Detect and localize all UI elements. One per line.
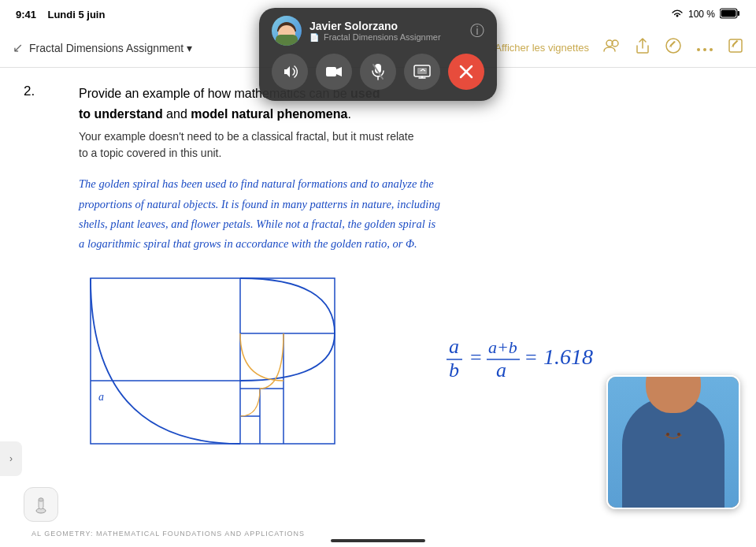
wifi-icon bbox=[671, 9, 684, 20]
collapse-icon[interactable]: ↙ bbox=[13, 40, 23, 55]
svg-point-6 bbox=[697, 48, 700, 51]
svg-text:b: b bbox=[280, 450, 285, 452]
show-thumbnails-button[interactable]: Afficher les vignettes bbox=[495, 42, 589, 54]
svg-text:a+b: a+b bbox=[488, 337, 517, 357]
caller-name: Javier Solorzano bbox=[309, 20, 462, 32]
person-video bbox=[608, 377, 739, 508]
golden-spiral-diagram: a a b bbox=[79, 270, 346, 452]
question-period: . bbox=[347, 107, 350, 121]
video-button[interactable] bbox=[316, 54, 352, 90]
facetime-header: Javier Solorzano 📄 Fractal Dimensions As… bbox=[272, 16, 484, 46]
person-body bbox=[622, 397, 724, 508]
svg-rect-33 bbox=[326, 67, 336, 76]
collaborate-icon[interactable] bbox=[603, 37, 621, 58]
bottom-tool-button[interactable] bbox=[24, 487, 58, 522]
battery-label: 100 % bbox=[688, 9, 715, 20]
svg-point-7 bbox=[703, 48, 706, 51]
question-bold-model: model natural phenomena bbox=[191, 107, 347, 121]
status-indicators: 100 % bbox=[671, 8, 740, 21]
svg-point-32 bbox=[677, 433, 680, 436]
main-content: › 2. Provide an example of how mathemati… bbox=[0, 68, 756, 547]
home-indicator bbox=[331, 539, 425, 542]
question-bold-understand: to understand bbox=[79, 107, 163, 121]
document-title: Fractal Dimensions Assignment bbox=[29, 42, 183, 54]
mute-button[interactable] bbox=[360, 54, 396, 90]
caller-avatar bbox=[272, 16, 302, 46]
sidebar-toggle[interactable]: › bbox=[0, 441, 22, 476]
svg-text:b: b bbox=[449, 359, 459, 381]
toolbar-left: ↙ Fractal Dimensions Assignment ▾ bbox=[13, 40, 192, 55]
svg-text:=: = bbox=[525, 346, 537, 369]
facetime-overlay: Javier Solorzano 📄 Fractal Dimensions As… bbox=[259, 8, 497, 101]
toolbar-right: Afficher les vignettes bbox=[495, 37, 743, 58]
handwritten-response: The golden spiral has been used to find … bbox=[79, 174, 724, 255]
footer-text: AL GEOMETRY: MATHEMATICAL FOUNDATIONS AN… bbox=[32, 530, 305, 538]
camera-feed bbox=[606, 375, 740, 509]
svg-rect-9 bbox=[729, 39, 742, 52]
facetime-controls bbox=[272, 54, 484, 90]
status-time-date: 9:41 Lundi 5 juin bbox=[16, 9, 105, 20]
svg-text:=: = bbox=[470, 346, 482, 369]
end-call-button[interactable] bbox=[448, 54, 484, 90]
svg-point-5 bbox=[666, 39, 680, 53]
svg-text:1.618: 1.618 bbox=[543, 344, 593, 369]
document-title-container[interactable]: Fractal Dimensions Assignment ▾ bbox=[29, 42, 192, 54]
edit-icon[interactable] bbox=[728, 38, 743, 58]
svg-text:a: a bbox=[496, 359, 506, 381]
svg-text:a: a bbox=[98, 391, 104, 403]
status-time: 9:41 bbox=[16, 9, 36, 20]
caller-info: Javier Solorzano 📄 Fractal Dimensions As… bbox=[309, 20, 462, 42]
svg-rect-43 bbox=[39, 498, 43, 501]
screen-share-button[interactable] bbox=[404, 54, 440, 90]
svg-rect-38 bbox=[417, 68, 427, 74]
title-dropdown-icon: ▾ bbox=[187, 42, 192, 54]
svg-rect-2 bbox=[721, 9, 736, 17]
footer: AL GEOMETRY: MATHEMATICAL FOUNDATIONS AN… bbox=[0, 530, 756, 538]
pencil-circle-icon[interactable] bbox=[665, 37, 682, 58]
battery-icon bbox=[720, 8, 740, 21]
facetime-subtitle: Fractal Dimensions Assignmer bbox=[324, 32, 441, 42]
svg-text:a: a bbox=[449, 335, 459, 358]
svg-rect-10 bbox=[91, 278, 335, 444]
status-date: Lundi 5 juin bbox=[47, 9, 105, 20]
question-number: 2. bbox=[24, 84, 35, 99]
facetime-info-icon[interactable]: ⓘ bbox=[470, 21, 484, 40]
svg-text:a: a bbox=[154, 450, 159, 452]
more-options-icon[interactable] bbox=[696, 39, 713, 56]
question-text-and: and bbox=[163, 107, 191, 121]
avatar-body bbox=[276, 35, 298, 46]
share-icon[interactable] bbox=[635, 37, 650, 58]
speaker-button[interactable] bbox=[272, 54, 308, 90]
svg-point-31 bbox=[666, 433, 669, 436]
word-that: that bbox=[173, 237, 191, 250]
svg-rect-1 bbox=[738, 11, 740, 16]
question-sub-text: Your example doesn't need to be a classi… bbox=[79, 128, 724, 162]
svg-point-8 bbox=[710, 48, 713, 51]
